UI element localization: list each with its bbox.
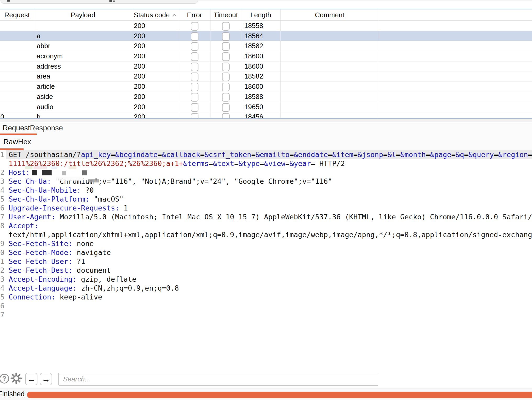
table-row[interactable]: article20018600 (0, 82, 532, 92)
comment-cell (280, 71, 379, 81)
error-checkbox[interactable] (191, 93, 198, 102)
request-text: = (158, 151, 162, 159)
table-row[interactable]: area20018582 (0, 71, 532, 82)
column-header-label: Status code (134, 11, 170, 19)
error-checkbox[interactable] (191, 52, 198, 61)
error-checkbox[interactable] (191, 42, 198, 51)
error-checkbox[interactable] (191, 103, 198, 112)
request-text: &item (332, 151, 353, 159)
request-text: Mozilla/5.0 (Macintosh; Intel Mac OS X 1… (56, 213, 532, 221)
request-number-cell (0, 51, 34, 61)
line-number: 8 (0, 221, 4, 230)
results-rows: 20018558a20018564abbr20018582acronym2001… (0, 21, 532, 118)
line-number: 5 (0, 195, 4, 204)
tab-request[interactable]: Request (3, 122, 30, 134)
timeout-checkbox[interactable] (222, 113, 230, 118)
timeout-checkbox[interactable] (222, 22, 230, 31)
error-checkbox[interactable] (191, 63, 198, 71)
request-line: 10Sec-Fetch-Mode: navigate (0, 248, 532, 257)
request-line: 4Sec-Ch-Ua-Mobile: ?0 (0, 186, 532, 195)
request-line: 12Sec-Fetch-Dest: document (0, 266, 532, 275)
help-icon[interactable]: ? (0, 374, 9, 384)
table-row[interactable]: audio20019650 (0, 102, 532, 112)
length-cell: 18456 (241, 112, 280, 118)
timeout-checkbox[interactable] (222, 93, 230, 102)
message-tab-bar: RequestResponse (0, 122, 532, 135)
request-text: Sec-Ch-Ua-Platform: (9, 195, 90, 203)
search-input[interactable] (58, 373, 378, 386)
column-header-comment[interactable]: Comment (280, 9, 379, 21)
payload-cell: abbr (34, 41, 132, 51)
request-text: zh-CN,zh;q=0.9,en;q=0.8 (77, 284, 179, 292)
timeout-checkbox[interactable] (222, 42, 230, 51)
column-header-length[interactable]: Length (241, 9, 280, 21)
tab-response[interactable]: Response (30, 122, 63, 134)
error-checkbox[interactable] (191, 22, 198, 31)
error-cell (179, 112, 210, 118)
request-text: &type (239, 159, 260, 168)
error-cell (179, 21, 210, 31)
table-row[interactable]: a20018564 (0, 31, 532, 41)
length-cell: 18582 (241, 41, 280, 51)
table-row[interactable]: aside20018588 (0, 92, 532, 102)
request-text: Accept: (9, 222, 38, 230)
next-match-button[interactable]: → (40, 373, 52, 385)
table-row[interactable]: abbr20018582 (0, 41, 532, 51)
request-text: none (73, 240, 94, 248)
request-lines: 1GET /southasian/?api_key=&begindate=&ca… (0, 150, 532, 319)
line-number: 15 (0, 293, 4, 302)
timeout-checkbox[interactable] (222, 103, 230, 112)
line-number: 3 (0, 177, 4, 186)
status-bar: Finished (0, 388, 532, 400)
table-row[interactable]: address20018600 (0, 62, 532, 72)
column-header-timeout[interactable]: Timeout (210, 9, 241, 21)
previous-match-button[interactable]: ← (25, 373, 37, 385)
payload-cell (34, 21, 132, 31)
column-header-error[interactable]: Error (179, 9, 210, 21)
line-number: 1 (0, 150, 4, 159)
error-checkbox[interactable] (191, 73, 198, 81)
request-text: User-Agent: (9, 213, 56, 221)
column-header-label: Error (187, 11, 202, 19)
status-code-cell: 200 (132, 71, 179, 81)
comment-cell (280, 62, 379, 71)
timeout-checkbox[interactable] (222, 73, 230, 81)
request-number-cell (0, 21, 34, 31)
redaction-block (82, 170, 87, 175)
table-row[interactable]: 0b20018456 (0, 112, 532, 118)
timeout-checkbox[interactable] (222, 63, 230, 71)
error-checkbox[interactable] (191, 32, 198, 41)
column-header-payload[interactable]: Payload (34, 9, 132, 21)
request-text: document (73, 266, 111, 274)
length-cell: 18582 (241, 71, 280, 81)
progress-bar (27, 392, 532, 398)
column-header-status-code[interactable]: Status code (132, 9, 179, 21)
table-row[interactable]: 20018558 (0, 21, 532, 31)
request-text: &page (430, 151, 451, 159)
request-text: = (209, 159, 213, 168)
timeout-cell (210, 82, 241, 92)
error-checkbox[interactable] (191, 83, 198, 91)
request-line: 17 (0, 310, 532, 319)
request-text: Sec-Ch-Ua: (9, 177, 51, 185)
settings-gear-icon[interactable] (10, 373, 22, 384)
timeout-checkbox[interactable] (222, 83, 230, 91)
timeout-checkbox[interactable] (222, 52, 230, 61)
request-text: &text (213, 159, 234, 168)
subtab-raw[interactable]: Raw (3, 135, 18, 148)
cropped-glyph-fragment (113, 1, 115, 2)
request-line: 7User-Agent: Mozilla/5.0 (Macintosh; Int… (0, 213, 532, 221)
request-editor[interactable]: 1GET /southasian/?api_key=&begindate=&ca… (0, 150, 532, 370)
payload-cell: aside (34, 92, 132, 102)
table-row[interactable]: acronym20018600 (0, 51, 532, 62)
request-text: ?1 (73, 257, 85, 265)
comment-cell (280, 41, 379, 51)
line-number: 10 (0, 248, 4, 257)
column-header-request[interactable]: Request (0, 9, 34, 21)
line-number: 17 (0, 310, 4, 319)
comment-cell (280, 112, 379, 118)
error-checkbox[interactable] (191, 113, 198, 118)
request-text: = (464, 151, 468, 159)
timeout-checkbox[interactable] (222, 32, 230, 41)
subtab-hex[interactable]: Hex (18, 135, 31, 148)
